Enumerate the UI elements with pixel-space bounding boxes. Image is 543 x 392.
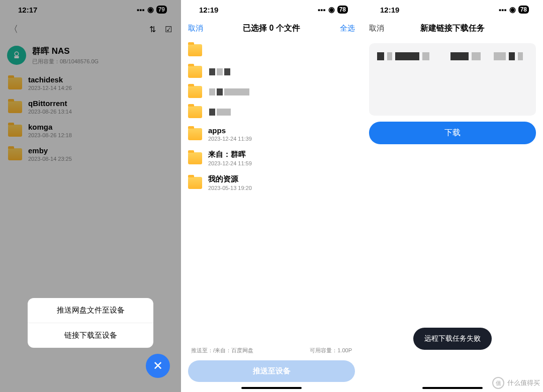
status-icons: ▪▪▪ ◉ 79 (137, 5, 167, 14)
list-item[interactable]: emby 2023-08-14 23:25 (5, 142, 176, 166)
nas-icon (7, 46, 26, 65)
battery-icon: 78 (337, 6, 348, 14)
folder-icon (188, 86, 202, 98)
folder-date: 2023-08-14 23:25 (28, 156, 72, 162)
available-space-label: 可用容量：1.00P (310, 347, 352, 354)
nas-subtitle: 已用容量：0B/1048576.0G (32, 58, 99, 65)
folder-date: 2023-08-26 13:14 (28, 109, 72, 115)
sort-icon[interactable]: ⇅ (149, 25, 156, 34)
action-sheet: 推送网盘文件至设备 链接下载至设备 (28, 298, 153, 348)
folder-icon (8, 77, 22, 89)
push-target-label: 推送至：/来自：百度网盘 (191, 347, 253, 354)
home-indicator[interactable] (241, 387, 302, 389)
folder-name: komga (28, 123, 72, 131)
folder-icon (188, 128, 202, 140)
folder-date: 2023-12-14 14:26 (28, 85, 72, 91)
select-icon[interactable]: ☑ (165, 25, 172, 34)
folder-date: 2023-08-26 12:18 (28, 132, 72, 138)
wifi-icon: ◉ (328, 5, 335, 14)
push-to-device-button[interactable]: 推送至设备 (188, 360, 355, 382)
home-indicator[interactable] (422, 387, 483, 389)
wifi-icon: ◉ (147, 5, 154, 14)
wifi-icon: ◉ (509, 5, 516, 14)
folder-name: 我的资源 (208, 174, 252, 184)
folder-name: qBittorrent (28, 99, 72, 108)
select-all-button[interactable]: 全选 (340, 24, 355, 33)
folder-icon (8, 148, 22, 160)
list-item[interactable]: qBittorrent 2023-08-26 13:14 (5, 95, 176, 119)
download-button[interactable]: 下载 (369, 122, 536, 144)
folder-name: apps (208, 126, 252, 135)
folder-date: 2023-12-24 11:59 (208, 160, 252, 166)
signal-icon: ▪▪▪ (499, 6, 507, 14)
folder-name: tachidesk (28, 75, 72, 84)
back-icon[interactable]: 〈 (9, 23, 18, 35)
list-item[interactable] (186, 102, 357, 122)
folder-date: 2023-12-24 11:39 (208, 136, 252, 142)
folder-icon (188, 177, 202, 189)
status-icons: ▪▪▪ ◉ 78 (499, 5, 529, 14)
folder-icon (188, 66, 202, 78)
close-button[interactable]: ✕ (146, 354, 170, 378)
status-icons: ▪▪▪ ◉ 78 (318, 5, 348, 14)
list-item[interactable]: komga 2023-08-26 12:18 (5, 119, 176, 142)
nas-title: 群晖 NAS (32, 45, 99, 57)
list-item[interactable]: - (186, 38, 357, 62)
folder-icon (8, 101, 22, 113)
folder-name: emby (28, 146, 72, 155)
folder-name: 来自：群晖 (208, 150, 252, 159)
folder-icon (188, 106, 202, 118)
cancel-button[interactable]: 取消 (188, 24, 203, 33)
error-toast: 远程下载任务失败 (413, 328, 492, 350)
list-item[interactable]: tachidesk 2023-12-14 14:26 (5, 71, 176, 95)
sheet-push-file[interactable]: 推送网盘文件至设备 (28, 298, 153, 323)
folder-icon (188, 152, 202, 164)
svg-rect-1 (15, 56, 19, 59)
list-item[interactable] (186, 62, 357, 82)
signal-icon: ▪▪▪ (137, 6, 145, 14)
folder-icon (8, 125, 22, 137)
status-time: 12:19 (199, 6, 218, 14)
list-item[interactable]: apps 2023-12-24 11:39 (186, 122, 357, 146)
cancel-button[interactable]: 取消 (369, 24, 384, 33)
list-item[interactable] (186, 82, 357, 102)
signal-icon: ▪▪▪ (318, 6, 326, 14)
folder-date: 2023-05-13 19:20 (208, 185, 252, 191)
list-item[interactable]: 来自：群晖 2023-12-24 11:59 (186, 146, 357, 170)
sheet-link-download[interactable]: 链接下载至设备 (28, 323, 153, 348)
watermark: 值 什么值得买 (492, 377, 540, 389)
list-item[interactable]: 我的资源 2023-05-13 19:20 (186, 170, 357, 195)
url-input-box[interactable] (369, 43, 536, 116)
status-time: 12:17 (18, 6, 37, 14)
battery-icon: 79 (156, 6, 167, 14)
folder-icon (188, 44, 202, 56)
svg-point-0 (15, 52, 19, 56)
selection-title: 已选择 0 个文件 (243, 23, 300, 34)
battery-icon: 78 (518, 6, 529, 14)
status-time: 12:19 (380, 6, 399, 14)
page-title: 新建链接下载任务 (420, 23, 485, 34)
